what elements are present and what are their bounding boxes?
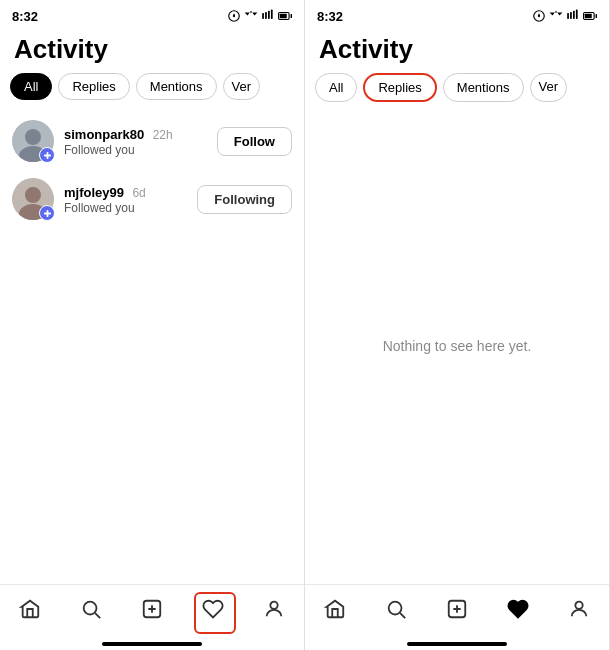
svg-rect-8 [280, 14, 287, 19]
svg-rect-6 [271, 10, 273, 19]
home-icon-left [19, 598, 41, 624]
username-mjfoley: mjfoley99 [64, 185, 124, 200]
nav-compose-right[interactable] [437, 591, 477, 631]
bottom-nav-left [0, 584, 304, 640]
svg-line-29 [400, 613, 405, 618]
heart-icon-right [507, 598, 529, 624]
status-bar-left: 8:32 [0, 0, 304, 28]
nav-activity-right[interactable] [498, 591, 538, 631]
filter-tabs-left: All Replies Mentions Ver [0, 73, 304, 108]
person-icon-left [263, 598, 285, 624]
tab-all-left[interactable]: All [10, 73, 52, 100]
tab-all-right[interactable]: All [315, 73, 357, 102]
follow-badge-mjfoley [39, 205, 55, 221]
home-icon-right [324, 598, 346, 624]
status-icons-right [532, 9, 597, 23]
nav-home-right[interactable] [315, 591, 355, 631]
filter-tabs-right: All Replies Mentions Ver [305, 73, 609, 110]
action-simonpark: Followed you [64, 143, 207, 157]
page-title-left: Activity [0, 28, 304, 73]
follow-badge-simonpark [39, 147, 55, 163]
svg-point-18 [270, 601, 277, 608]
avatar-wrap-mjfoley [12, 178, 54, 220]
username-simonpark: simonpark80 [64, 127, 144, 142]
svg-rect-3 [262, 13, 264, 19]
svg-point-15 [84, 601, 97, 614]
bottom-area-right [305, 582, 609, 650]
page-title-right: Activity [305, 28, 609, 73]
status-icons-left [227, 9, 292, 23]
svg-point-28 [389, 601, 402, 614]
search-icon-right [385, 598, 407, 624]
nav-search-left[interactable] [71, 591, 111, 631]
activity-info-mjfoley: mjfoley99 6d Followed you [64, 183, 187, 215]
status-time-right: 8:32 [317, 9, 343, 24]
nav-home-left[interactable] [10, 591, 50, 631]
tab-ver-right[interactable]: Ver [530, 73, 568, 102]
nav-activity-left[interactable] [193, 591, 233, 631]
svg-point-13 [25, 187, 41, 203]
nav-profile-left[interactable] [254, 591, 294, 631]
heart-icon-left [202, 598, 224, 624]
time-simonpark: 22h [153, 128, 173, 142]
empty-text-right: Nothing to see here yet. [383, 338, 532, 354]
svg-point-21 [538, 15, 539, 16]
activity-item-mjfoley: mjfoley99 6d Followed you Following [0, 170, 304, 228]
left-panel: 8:32 Activity All Replies Mentions Ver [0, 0, 305, 650]
compose-icon-left [141, 598, 163, 624]
tab-replies-left[interactable]: Replies [58, 73, 129, 100]
tab-ver-left[interactable]: Ver [223, 73, 261, 100]
status-bar-right: 8:32 [305, 0, 609, 28]
svg-rect-27 [585, 14, 592, 19]
home-indicator-left [102, 642, 202, 646]
svg-rect-4 [265, 12, 267, 19]
svg-point-2 [233, 15, 234, 16]
svg-line-16 [95, 613, 100, 618]
action-mjfoley: Followed you [64, 201, 187, 215]
svg-rect-5 [268, 11, 270, 19]
svg-point-31 [575, 601, 582, 608]
nav-search-right[interactable] [376, 591, 416, 631]
empty-state-right: Nothing to see here yet. [305, 110, 609, 582]
activity-list-left: simonpark80 22h Followed you Follow [0, 108, 304, 582]
tab-mentions-left[interactable]: Mentions [136, 73, 217, 100]
activity-info-simonpark: simonpark80 22h Followed you [64, 125, 207, 157]
following-button-mjfoley[interactable]: Following [197, 185, 292, 214]
person-icon-right [568, 598, 590, 624]
svg-rect-25 [576, 10, 578, 19]
nav-compose-left[interactable] [132, 591, 172, 631]
right-panel: 8:32 Activity All Replies Mentions Ver N… [305, 0, 610, 650]
compose-icon-right [446, 598, 468, 624]
tab-mentions-right[interactable]: Mentions [443, 73, 524, 102]
tab-replies-right[interactable]: Replies [363, 73, 436, 102]
svg-point-10 [25, 129, 41, 145]
status-time-left: 8:32 [12, 9, 38, 24]
activity-item-simonpark: simonpark80 22h Followed you Follow [0, 112, 304, 170]
home-indicator-right [407, 642, 507, 646]
svg-rect-24 [573, 11, 575, 19]
search-icon-left [80, 598, 102, 624]
svg-rect-23 [570, 12, 572, 19]
time-mjfoley: 6d [132, 186, 145, 200]
follow-button-simonpark[interactable]: Follow [217, 127, 292, 156]
bottom-nav-right [305, 584, 609, 640]
avatar-wrap-simonpark [12, 120, 54, 162]
svg-rect-22 [567, 13, 569, 19]
nav-profile-right[interactable] [559, 591, 599, 631]
bottom-area-left [0, 582, 304, 650]
